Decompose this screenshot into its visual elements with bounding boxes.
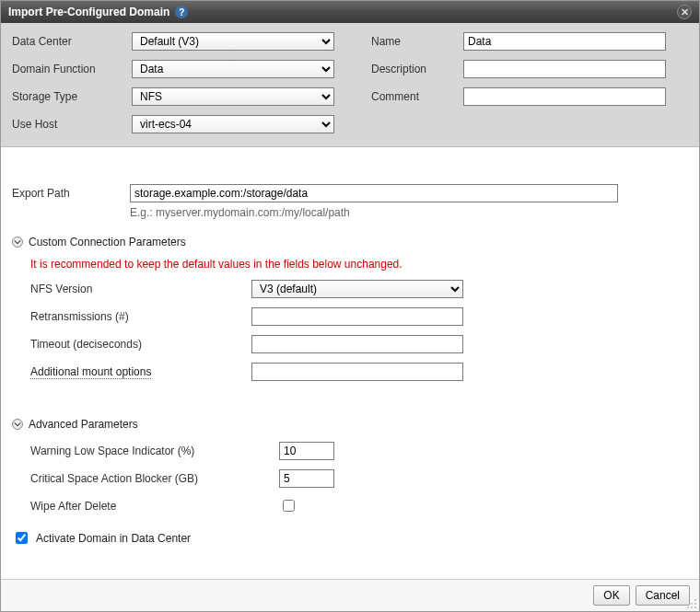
wipe-after-delete-label: Wipe After Delete xyxy=(30,500,279,513)
export-path-hint: E.g.: myserver.mydomain.com:/my/local/pa… xyxy=(130,206,688,219)
nfs-version-label: NFS Version xyxy=(30,283,251,295)
titlebar: Import Pre-Configured Domain ? ✕ xyxy=(1,1,699,23)
close-icon[interactable]: ✕ xyxy=(677,5,692,19)
nfs-version-select[interactable]: V3 (default) xyxy=(251,280,463,298)
use-host-label: Use Host xyxy=(12,118,132,131)
ok-button[interactable]: OK xyxy=(593,585,629,606)
description-input[interactable] xyxy=(463,60,666,78)
timeout-label: Timeout (deciseconds) xyxy=(30,338,251,351)
svg-point-1 xyxy=(691,603,693,605)
comment-label: Comment xyxy=(371,90,463,103)
custom-connection-header: Custom Connection Parameters xyxy=(29,236,186,248)
svg-point-2 xyxy=(694,603,696,605)
storage-type-select[interactable]: NFS xyxy=(132,87,334,106)
advanced-section: Advanced Parameters Warning Low Space In… xyxy=(12,418,688,514)
dialog-title: Import Pre-Configured Domain xyxy=(8,6,169,18)
warning-low-space-label: Warning Low Space Indicator (%) xyxy=(30,445,279,457)
export-path-input[interactable] xyxy=(130,184,618,202)
advanced-toggle[interactable]: Advanced Parameters xyxy=(12,418,688,431)
import-preconfigured-domain-dialog: Import Pre-Configured Domain ? ✕ Data Ce… xyxy=(0,0,700,612)
chevron-down-icon xyxy=(12,419,23,430)
svg-point-5 xyxy=(694,606,696,608)
resize-grip-icon[interactable] xyxy=(684,596,697,609)
retransmissions-input[interactable] xyxy=(251,307,463,326)
activate-domain-checkbox[interactable] xyxy=(16,532,28,544)
retransmissions-label: Retransmissions (#) xyxy=(30,310,251,323)
activate-domain-label: Activate Domain in Data Center xyxy=(36,532,191,545)
activate-row: Activate Domain in Data Center xyxy=(12,529,688,547)
domain-function-select[interactable]: Data xyxy=(132,60,334,78)
cancel-button[interactable]: Cancel xyxy=(636,585,690,606)
description-label: Description xyxy=(371,63,463,75)
advanced-header: Advanced Parameters xyxy=(29,418,138,431)
use-host-select[interactable]: virt-ecs-04 xyxy=(132,115,334,133)
comment-input[interactable] xyxy=(463,87,666,106)
svg-point-0 xyxy=(694,599,696,601)
name-label: Name xyxy=(371,35,463,48)
button-bar: OK Cancel xyxy=(1,579,699,611)
body-pane: Export Path E.g.: myserver.mydomain.com:… xyxy=(1,147,699,579)
data-center-select[interactable]: Default (V3) xyxy=(132,32,334,51)
warning-low-space-input[interactable] xyxy=(279,442,334,460)
mount-options-input[interactable] xyxy=(251,363,463,381)
custom-connection-section: Custom Connection Parameters It is recom… xyxy=(12,236,688,381)
chevron-down-icon xyxy=(12,237,23,248)
mount-options-label: Additional mount options xyxy=(30,365,251,378)
wipe-after-delete-checkbox[interactable] xyxy=(283,500,295,512)
custom-connection-toggle[interactable]: Custom Connection Parameters xyxy=(12,236,688,248)
data-center-label: Data Center xyxy=(12,35,132,48)
svg-point-4 xyxy=(691,606,693,608)
custom-connection-warning: It is recommended to keep the default va… xyxy=(30,258,688,271)
timeout-input[interactable] xyxy=(251,335,463,353)
svg-point-3 xyxy=(687,606,689,608)
domain-function-label: Domain Function xyxy=(12,63,132,75)
name-input[interactable] xyxy=(463,32,666,51)
critical-blocker-label: Critical Space Action Blocker (GB) xyxy=(30,472,279,485)
help-icon[interactable]: ? xyxy=(175,6,188,18)
export-path-label: Export Path xyxy=(12,187,122,200)
critical-blocker-input[interactable] xyxy=(279,469,334,488)
storage-type-label: Storage Type xyxy=(12,90,132,103)
top-pane: Data Center Default (V3) Name Domain Fun… xyxy=(1,23,699,147)
